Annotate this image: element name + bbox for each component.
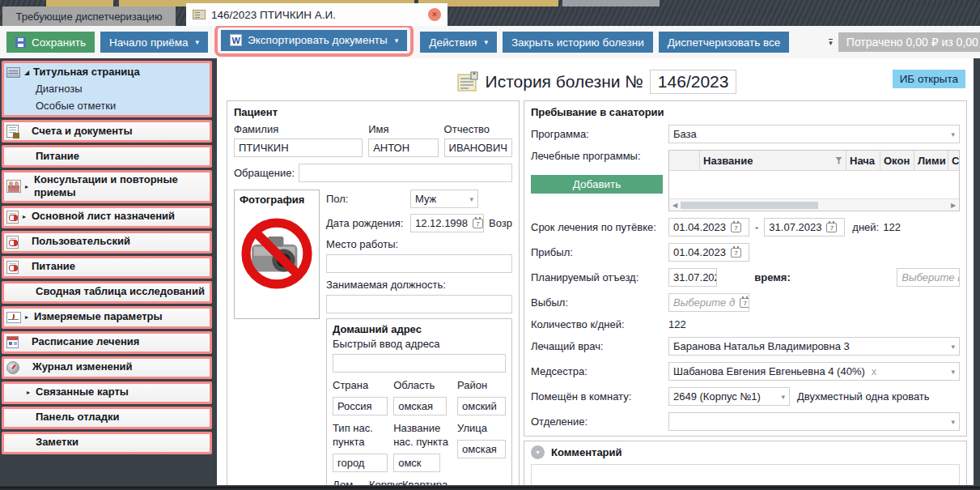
birth-date-input[interactable]: 12.12.1998 [410, 214, 484, 232]
name-cell: Имя АНТОН [368, 123, 438, 157]
doctor-value: Баранова Наталья Владимировна 3 [673, 340, 850, 352]
table-horizontal-scrollbar[interactable]: ◀ ▶ [669, 198, 959, 211]
planned-departure-input[interactable]: 31.07.2023 [668, 268, 717, 287]
calendar-icon[interactable] [740, 298, 749, 308]
date-range-dash: - [755, 221, 758, 233]
sidebar-item-invoices[interactable]: Счета и документы [2, 120, 212, 143]
comment-textarea[interactable] [531, 464, 960, 485]
export-highlight-frame: Экспортировать документы ▾ [214, 24, 414, 57]
kdays-label: Количество к/дней: [531, 318, 668, 330]
calendar-icon[interactable] [731, 223, 741, 232]
sidebar-item-measured-params[interactable]: ▸Измеряемые параметры [2, 306, 212, 329]
settlement-type-input[interactable]: город [333, 454, 388, 472]
sidebar-item-main-prescriptions[interactable]: ▸Основной лист назначений [2, 206, 212, 228]
scrollbar-thumb[interactable] [681, 202, 818, 209]
sidebar-item-consultations[interactable]: ▸Консультации и повторные приемы [2, 170, 212, 203]
main-panel: История болезни № 146/2023 ИБ открыта Па… [217, 58, 974, 485]
salutation-label: Обращение: [234, 167, 295, 179]
arrived-input[interactable]: 01.04.2023 [668, 243, 749, 262]
actions-label: Действия [429, 36, 477, 49]
room-select[interactable]: 2649 (Корпус №1) ▾ [668, 387, 790, 406]
no-photo-icon [240, 217, 313, 290]
country-input[interactable]: Россия [333, 397, 388, 415]
sidebar-item-label: Сводная таблица исследований [36, 285, 205, 298]
sidebar-subitem[interactable]: Особые отметки [6, 97, 207, 114]
position-input[interactable] [326, 295, 512, 313]
nurse-select[interactable]: Шабанова Евгения Евгеньевна 4 (40%) x ▾ [668, 362, 960, 381]
street-input[interactable]: омская [457, 440, 506, 458]
voucher-from-input[interactable]: 01.04.2023 [668, 218, 749, 236]
tab-requiring-dispatch[interactable]: Требующие диспетчеризацию [2, 6, 176, 26]
sidebar-item-debug-panel[interactable]: Панель отладки [2, 407, 212, 429]
sidebar-item-treatment-schedule[interactable]: Расписание лечения [2, 331, 212, 354]
start-reception-button[interactable]: Начало приёма ▾ [100, 32, 208, 53]
collapse-comment-icon[interactable]: ▾ [531, 445, 545, 459]
toolbar: Сохранить Начало приёма ▾ Экспортировать… [0, 26, 980, 58]
arrived-label: Прибыл: [531, 246, 668, 258]
sidebar-item-change-log[interactable]: Журнал изменений [2, 356, 212, 379]
voucher-to-input[interactable]: 31.07.2023 [764, 218, 845, 236]
export-documents-button[interactable]: Экспортировать документы ▾ [221, 30, 407, 51]
dispatch-all-button[interactable]: Диспетчеризовать все [659, 32, 790, 53]
patient-panel-title: Пациент [234, 106, 512, 118]
toolbar-overflow-button[interactable]: ▾ [829, 39, 833, 45]
filter-funnel-icon[interactable] [835, 157, 842, 164]
planned-departure-row: Планируемый отъезд: 31.07.2023 время: Вы… [531, 268, 960, 287]
sidebar-item-title-page[interactable]: ◢Титульная страницаДиагнозыОсобые отметк… [2, 61, 212, 117]
apartment-label: Квартира [402, 479, 435, 485]
salutation-input[interactable] [299, 164, 512, 182]
departure-time-input[interactable]: Выберите время ◷ [897, 268, 960, 287]
name-input[interactable]: АНТОН [368, 138, 438, 157]
settlement-name-input[interactable]: омск [393, 454, 440, 472]
settlement-name-label: Название нас. пункта [393, 422, 452, 450]
work-input[interactable] [326, 254, 512, 273]
quick-address-input[interactable] [333, 354, 506, 373]
program-select[interactable]: База ▾ [668, 125, 960, 143]
save-button[interactable]: Сохранить [6, 32, 95, 53]
department-select[interactable]: ▾ [668, 412, 960, 431]
scroll-right-icon[interactable]: ▶ [948, 202, 959, 209]
sidebar-item-summary-table[interactable]: Сводная таблица исследований [2, 281, 212, 304]
sidebar-item-custom[interactable]: Пользовательский [2, 231, 212, 254]
icon-slot [6, 411, 23, 424]
sidebar-item-label: Измеряемые параметры [34, 310, 163, 323]
surname-input[interactable]: ПТИЧКИН [234, 138, 363, 157]
chevron-down-icon: ▾ [466, 195, 473, 203]
program-row: Программа: База ▾ [531, 125, 960, 143]
patronymic-input[interactable]: ИВАНОВИЧ [444, 138, 512, 157]
col-name[interactable]: Название [700, 151, 846, 170]
calendar-icon[interactable] [731, 248, 741, 258]
sidebar-item-food-1[interactable]: Питание [2, 145, 212, 168]
comment-header: ▾ Комментарий [531, 445, 960, 459]
remove-nurse-icon[interactable]: x [872, 365, 877, 377]
scroll-left-icon[interactable]: ◀ [669, 202, 681, 209]
treatment-programs-label: Лечебные программы: [531, 150, 641, 162]
departed-input[interactable]: Выберите д [668, 293, 749, 312]
sidebar-subitem[interactable]: Диагнозы [6, 80, 207, 97]
start-reception-label: Начало приёма [109, 36, 188, 49]
actions-button[interactable]: Действия ▾ [420, 32, 497, 53]
treatment-programs-table: Название Нача Окон Лими С ◀ [668, 150, 960, 211]
room-type-text: Двухместный одна кровать [797, 390, 930, 403]
nurse-value: Шабанова Евгения Евгеньевна 4 (40%) [673, 365, 865, 377]
col-end[interactable]: Окон [880, 151, 914, 170]
doctor-select[interactable]: Баранова Наталья Владимировна 3 ▾ [668, 337, 960, 356]
calendar-icon[interactable] [473, 219, 483, 228]
col-start[interactable]: Нача [846, 151, 880, 170]
calendar-icon[interactable] [826, 223, 837, 232]
sidebar-item-food-2[interactable]: Питание [2, 256, 212, 279]
status-badge: ИБ открыта [893, 70, 965, 88]
sidebar-item-notes[interactable]: Заметки [2, 432, 212, 454]
tab-active-history[interactable]: 146/2023 ПТИЧКИН А.И. ✕ [186, 3, 448, 26]
gender-select[interactable]: Муж ▾ [410, 190, 478, 208]
add-program-button[interactable]: Добавить [531, 175, 663, 194]
photo-box: Фотография [234, 190, 320, 319]
col-limit[interactable]: Лими [914, 151, 948, 170]
sidebar-item-linked-cards[interactable]: ▸Связанные карты [2, 381, 212, 404]
region-input[interactable]: омская [393, 397, 447, 415]
close-tab-icon[interactable]: ✕ [428, 8, 441, 21]
close-history-button[interactable]: Закрыть историю болезни [503, 32, 653, 53]
history-number-field[interactable]: 146/2023 [650, 70, 737, 94]
district-input[interactable]: омский [457, 397, 506, 415]
col-extra[interactable]: С [948, 151, 959, 170]
